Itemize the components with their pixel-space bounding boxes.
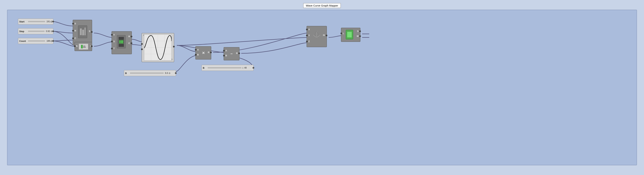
xyz-pt-out <box>326 34 328 36</box>
start-label: Start <box>19 20 27 23</box>
sub-a-in <box>223 50 225 52</box>
vst-s-in <box>111 40 113 42</box>
count-connector <box>52 40 54 42</box>
vst-c-out <box>130 42 132 44</box>
count-track[interactable] <box>28 40 45 42</box>
mult-r-out <box>210 52 212 53</box>
start-slider[interactable]: Start 191 <box>18 18 53 24</box>
count-label: Count <box>19 40 27 42</box>
step-label: Step <box>19 30 27 33</box>
svg-rect-2 <box>84 28 86 35</box>
minmax-n-in <box>74 46 76 47</box>
step-slider[interactable]: Step 0.92 <box>18 28 53 34</box>
b-right-value: 48 <box>244 66 246 69</box>
list-node: L S M <box>341 28 360 42</box>
vst-t-in <box>111 48 113 50</box>
snc-s-out <box>91 31 93 33</box>
mult-a-in <box>195 49 196 51</box>
multiply-node: A B ✕ R <box>195 46 211 60</box>
title-label: Wave Curve Graph Mapper <box>303 3 341 8</box>
snc-node: S N C S <box>73 20 92 46</box>
svg-text:Z: Z <box>313 34 314 36</box>
step-value: 0.92 <box>46 30 50 32</box>
snc-s-in <box>72 23 74 24</box>
b-right-track[interactable] <box>208 67 241 68</box>
svg-rect-7 <box>119 40 120 43</box>
mult-b-in <box>195 54 196 56</box>
svg-rect-9 <box>122 40 123 43</box>
list-l-in <box>340 32 342 34</box>
xyz-node: X Y Z X Y Z Pt <box>306 26 327 47</box>
snc-n-in <box>72 30 74 32</box>
start-value: 191 <box>46 20 50 23</box>
b-bottom-indicator <box>169 72 170 74</box>
graph-out <box>173 46 175 48</box>
xyz-x-in <box>306 28 308 30</box>
b-slider-right[interactable]: B ◇ 48 <box>202 65 254 71</box>
vst-node: V S T R C <box>112 31 132 54</box>
step-indicator <box>51 30 52 32</box>
vst-r-out <box>130 36 132 38</box>
svg-line-17 <box>316 36 320 38</box>
step-track[interactable] <box>28 31 44 32</box>
b-right-diamond: ◇ <box>242 66 244 69</box>
step-connector <box>52 30 54 32</box>
sub-b-in <box>223 55 225 56</box>
subtract-node: A B − R <box>224 47 240 60</box>
svg-line-21 <box>314 36 316 38</box>
list-s-out <box>359 30 361 32</box>
minmax-node: N minMAX I <box>74 42 92 51</box>
main-canvas: Start 191 Step 0.92 Count 188 S N C <box>7 10 637 165</box>
minmax-i-out <box>91 46 93 47</box>
list-m-out <box>359 35 361 37</box>
start-track[interactable] <box>28 21 45 22</box>
svg-rect-0 <box>80 28 82 35</box>
b-bottom-track[interactable] <box>130 72 164 74</box>
b-bottom-connector <box>175 72 177 74</box>
svg-rect-8 <box>121 40 122 43</box>
graph-in-1 <box>141 43 143 45</box>
graph-mapper[interactable]: 0 : 1 0 : 1 <box>142 33 174 62</box>
xyz-y-in <box>306 34 308 36</box>
svg-rect-1 <box>82 30 84 35</box>
b-slider-bottom[interactable]: B 6.6 <box>124 70 176 76</box>
snc-c-in <box>72 38 74 39</box>
xyz-z-in <box>306 40 308 42</box>
b-right-connector <box>252 67 254 69</box>
b-bottom-value: 6.6 <box>165 72 168 74</box>
count-value: 188 <box>46 40 50 42</box>
sub-r-out <box>238 52 240 54</box>
graph-in-2 <box>141 48 143 50</box>
b-right-label: B <box>203 66 206 69</box>
b-bottom-label: B <box>125 72 129 74</box>
svg-text:X: X <box>320 34 320 36</box>
vst-v-in <box>111 34 113 36</box>
count-slider[interactable]: Count 188 <box>18 38 53 44</box>
start-connector <box>52 21 54 22</box>
